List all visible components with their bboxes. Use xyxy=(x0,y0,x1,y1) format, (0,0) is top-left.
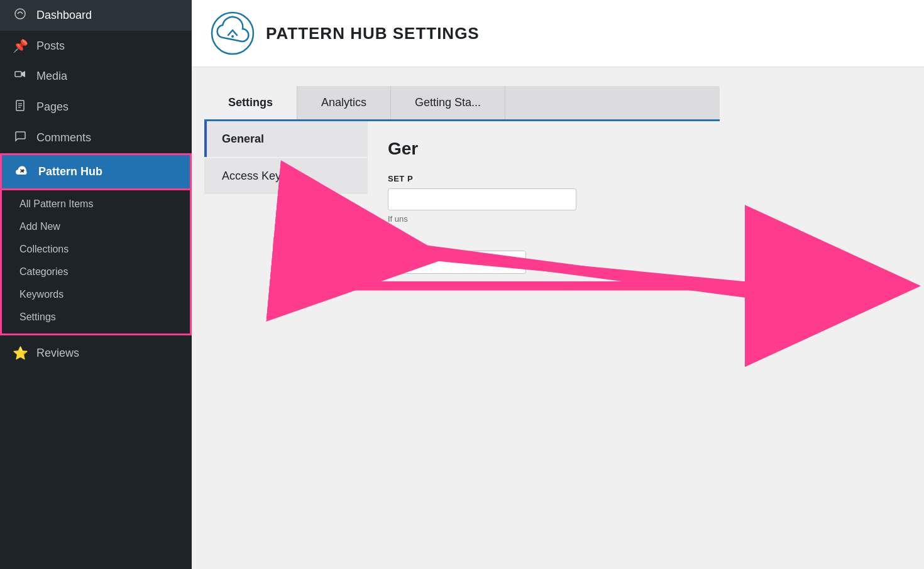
main-area: PATTERN HUB SETTINGS xyxy=(192,0,924,569)
comments-icon xyxy=(13,130,28,146)
forc-select[interactable]: One xyxy=(388,251,526,274)
sidebar-item-comments-label: Comments xyxy=(36,131,91,144)
sidebar-item-posts-label: Posts xyxy=(36,40,65,53)
set-p-label: SET P xyxy=(388,174,700,183)
pattern-hub-submenu: All Pattern Items Add New Collections Ca… xyxy=(0,190,192,335)
settings-nav-access-keys[interactable]: Access Keys xyxy=(204,158,368,194)
sidebar-item-pages-label: Pages xyxy=(36,100,69,114)
sidebar-item-dashboard[interactable]: Dashboard xyxy=(0,0,192,31)
sidebar-item-dashboard-label: Dashboard xyxy=(36,9,92,22)
media-icon xyxy=(13,68,28,84)
svg-point-8 xyxy=(231,35,234,38)
sidebar-item-media-label: Media xyxy=(36,70,67,83)
tab-analytics[interactable]: Analytics xyxy=(297,86,391,119)
forc-label: FORC xyxy=(388,236,700,246)
header-logo xyxy=(211,11,255,55)
sidebar-item-reviews-label: Reviews xyxy=(36,347,79,360)
pages-icon xyxy=(13,99,28,115)
sidebar-item-pattern-hub[interactable]: Pattern Hub xyxy=(0,153,192,190)
submenu-collections[interactable]: Collections xyxy=(2,238,190,261)
sidebar-item-reviews[interactable]: ⭐ Reviews xyxy=(0,338,192,368)
header-title: PATTERN HUB SETTINGS xyxy=(266,24,480,43)
cloud-icon xyxy=(14,163,30,181)
settings-panel: General Access Keys Ger SET P If uns FOR… xyxy=(204,119,720,433)
sidebar-item-pattern-hub-label: Pattern Hub xyxy=(38,165,102,178)
content-area: Settings Analytics Getting Sta... Genera… xyxy=(192,67,924,569)
svg-marker-2 xyxy=(21,71,25,77)
sidebar-item-pages[interactable]: Pages xyxy=(0,92,192,122)
settings-right-panel: Ger SET P If uns FORC One xyxy=(368,121,720,433)
submenu-settings[interactable]: Settings xyxy=(2,306,190,328)
sidebar-item-posts[interactable]: 📌 Posts xyxy=(0,31,192,61)
settings-hint: If uns xyxy=(388,214,700,224)
posts-icon: 📌 xyxy=(13,38,28,53)
dashboard-icon xyxy=(13,8,28,23)
sidebar: Dashboard 📌 Posts Media Pages xyxy=(0,0,192,569)
submenu-keywords[interactable]: Keywords xyxy=(2,283,190,306)
submenu-all-pattern-items[interactable]: All Pattern Items xyxy=(2,193,190,215)
svg-point-0 xyxy=(15,9,25,19)
tabs-bar: Settings Analytics Getting Sta... xyxy=(204,86,720,119)
sidebar-item-media[interactable]: Media xyxy=(0,61,192,92)
reviews-icon: ⭐ xyxy=(13,345,28,360)
header: PATTERN HUB SETTINGS xyxy=(192,0,924,67)
settings-section-title: Ger xyxy=(388,139,700,159)
settings-nav: General Access Keys xyxy=(204,121,368,433)
tab-settings[interactable]: Settings xyxy=(204,86,297,119)
sidebar-item-comments[interactable]: Comments xyxy=(0,122,192,153)
settings-nav-general[interactable]: General xyxy=(204,121,368,157)
tab-getting-started[interactable]: Getting Sta... xyxy=(391,86,505,119)
submenu-add-new[interactable]: Add New xyxy=(2,215,190,238)
set-p-input[interactable] xyxy=(388,188,576,210)
submenu-categories[interactable]: Categories xyxy=(2,261,190,283)
svg-rect-1 xyxy=(15,72,21,77)
